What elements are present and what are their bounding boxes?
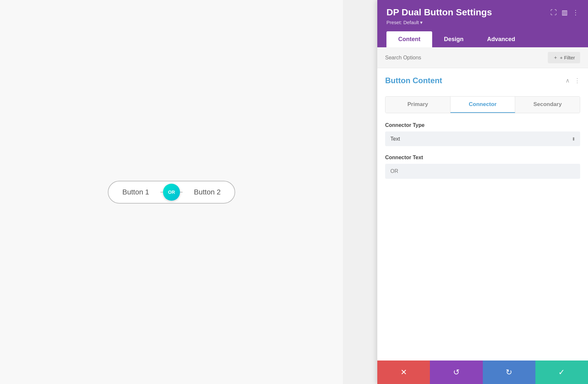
- section-more-icon[interactable]: ⋮: [574, 77, 580, 84]
- tab-design[interactable]: Design: [432, 31, 475, 47]
- filter-plus-icon: ＋: [553, 54, 558, 61]
- undo-button[interactable]: ↺: [430, 361, 482, 384]
- section-title: Button Content: [385, 76, 442, 85]
- search-bar: ＋ + Filter: [377, 47, 588, 68]
- filter-button[interactable]: ＋ + Filter: [548, 52, 580, 63]
- section-header: Button Content ∧ ⋮: [385, 76, 580, 89]
- panel-title: DP Dual Button Settings: [386, 7, 492, 18]
- connector-text-group: Connector Text: [385, 155, 580, 179]
- cancel-icon: ✕: [400, 368, 407, 377]
- dual-button-preview: Button 1 OR Button 2: [108, 181, 235, 204]
- redo-button[interactable]: ↻: [483, 361, 535, 384]
- sub-tab-primary[interactable]: Primary: [385, 97, 450, 113]
- filter-label: + Filter: [560, 55, 575, 60]
- fullscreen-icon[interactable]: ⛶: [550, 9, 557, 16]
- redo-icon: ↻: [506, 368, 512, 377]
- connector-type-select[interactable]: Text Icon None: [385, 131, 580, 146]
- canvas-area: Button 1 OR Button 2: [0, 0, 343, 384]
- sub-tab-connector[interactable]: Connector: [450, 97, 515, 113]
- connector-type-group: Connector Type Text Icon None: [385, 122, 580, 146]
- sub-tabs: Primary Connector Secondary: [385, 96, 580, 113]
- connector-text-label: Connector Text: [385, 155, 580, 161]
- tab-advanced[interactable]: Advanced: [475, 31, 527, 47]
- panel-preset[interactable]: Preset: Default ▾: [386, 20, 579, 25]
- save-button[interactable]: ✓: [535, 361, 588, 384]
- panel-title-icons: ⛶ ▥ ⋮: [550, 8, 579, 16]
- connector-circle: OR: [163, 184, 180, 201]
- more-icon[interactable]: ⋮: [572, 8, 579, 16]
- undo-icon: ↺: [453, 368, 460, 377]
- save-icon: ✓: [558, 368, 565, 377]
- sub-tab-secondary[interactable]: Secondary: [515, 97, 580, 113]
- panel-tabs: Content Design Advanced: [386, 31, 579, 47]
- search-input[interactable]: [385, 55, 483, 61]
- action-bar: ✕ ↺ ↻ ✓: [377, 361, 588, 384]
- connector-text: OR: [168, 190, 175, 195]
- tab-content[interactable]: Content: [386, 31, 432, 47]
- sidebar-icon[interactable]: ▥: [562, 8, 568, 16]
- section-header-icons: ∧ ⋮: [565, 77, 580, 84]
- panel-content: Button Content ∧ ⋮ Primary Connector Sec…: [377, 68, 588, 361]
- button1-label: Button 1: [108, 188, 163, 196]
- button2-label: Button 2: [180, 188, 235, 196]
- settings-panel: DP Dual Button Settings ⛶ ▥ ⋮ Preset: De…: [377, 0, 588, 384]
- panel-header: DP Dual Button Settings ⛶ ▥ ⋮ Preset: De…: [377, 0, 588, 47]
- panel-title-row: DP Dual Button Settings ⛶ ▥ ⋮: [386, 7, 579, 18]
- collapse-icon[interactable]: ∧: [565, 77, 570, 84]
- connector-type-select-wrapper: Text Icon None: [385, 131, 580, 146]
- connector-text-input[interactable]: [385, 164, 580, 179]
- cancel-button[interactable]: ✕: [377, 361, 430, 384]
- connector-type-label: Connector Type: [385, 122, 580, 128]
